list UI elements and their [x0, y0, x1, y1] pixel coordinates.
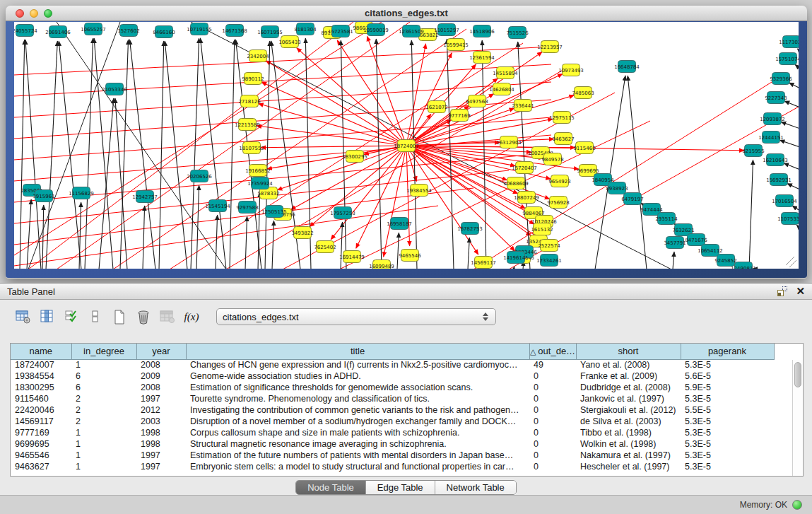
graph-node[interactable]: 9115460 [573, 142, 595, 154]
graph-node[interactable]: 3493822 [291, 227, 313, 239]
graph-node[interactable]: 10973493 [558, 64, 584, 76]
graph-node[interactable]: 16782753 [457, 223, 483, 235]
graph-node[interactable]: 2935114 [655, 213, 678, 225]
graph-node[interactable]: 11015297 [434, 24, 459, 36]
tab-node-table[interactable]: Node Table [296, 481, 366, 494]
graph-node[interactable]: 12942757 [132, 191, 158, 203]
graph-node[interactable]: 12444151 [758, 132, 784, 144]
table-settings-button[interactable] [13, 307, 34, 327]
network-canvas[interactable]: 1872400718300295193845541621072977716964… [14, 22, 799, 269]
graph-node[interactable]: 15720407 [512, 162, 537, 174]
graph-node[interactable]: 14196141 [503, 252, 529, 264]
tab-edge-table[interactable]: Edge Table [366, 481, 435, 494]
graph-node[interactable]: 14518906 [469, 25, 495, 37]
graph-node[interactable]: 19166852 [245, 165, 271, 177]
column-header-out_degree[interactable]: △out_de… [529, 344, 576, 359]
graph-node[interactable]: 9465546 [399, 250, 421, 262]
graph-node[interactable]: 15692931 [766, 174, 792, 186]
graph-node[interactable]: 16648784 [614, 61, 640, 73]
graph-node[interactable]: 17016504 [772, 195, 797, 207]
scrollbar-thumb[interactable] [794, 362, 801, 387]
function-builder-button[interactable]: f(x) [181, 307, 202, 327]
graph-node[interactable]: 9890112 [242, 73, 264, 85]
graph-node[interactable]: 15723581 [328, 25, 353, 37]
graph-node[interactable]: 16958187 [387, 218, 412, 230]
graph-node[interactable]: 12213589 [235, 119, 260, 131]
graph-node[interactable]: 12361509 [399, 25, 424, 37]
table-row[interactable]: 946554611997Estimation of the future num… [11, 450, 774, 461]
graph-node[interactable]: 9777169 [448, 110, 470, 122]
graph-node[interactable]: 10599415 [443, 39, 469, 51]
column-header-pagerank[interactable]: pagerank [681, 344, 774, 359]
graph-node[interactable]: 2522574 [538, 240, 560, 252]
table-row[interactable]: 1872400712008Changes of HCN gene express… [11, 359, 774, 370]
close-panel-icon[interactable]: ✕ [796, 286, 805, 296]
graph-node[interactable]: 8466160 [153, 26, 175, 38]
graph-node[interactable]: 9297588 [236, 201, 258, 214]
graph-node[interactable]: 10719155 [187, 23, 212, 35]
graph-node[interactable]: 14569117 [471, 257, 496, 269]
graph-node[interactable]: 8938923 [606, 182, 628, 194]
select-rows-button[interactable] [61, 307, 82, 327]
column-header-year[interactable]: year [136, 344, 186, 359]
graph-node[interactable]: 16071955 [257, 26, 283, 38]
graph-node[interactable]: 12213957 [537, 41, 563, 53]
graph-node[interactable]: 10590019 [363, 24, 389, 36]
graph-node[interactable]: 18724007 [394, 140, 419, 152]
table-selector[interactable]: citations_edges.txt [216, 308, 496, 325]
graph-node[interactable]: 3457791 [664, 237, 686, 249]
graph-node[interactable]: 11545194 [205, 200, 230, 212]
graph-node[interactable]: 6497568 [466, 95, 488, 107]
graph-node[interactable]: 10655257 [81, 23, 106, 35]
graph-node[interactable]: 3915961 [33, 190, 54, 202]
show-column-button[interactable] [37, 307, 58, 327]
graph-node[interactable]: 14671368 [222, 25, 247, 37]
row-height-button[interactable] [85, 307, 106, 327]
import-table-button[interactable] [157, 307, 178, 327]
vertical-scrollbar[interactable] [792, 360, 803, 476]
graph-node[interactable]: 8181304 [294, 23, 317, 35]
graph-node[interactable]: 7625402 [314, 241, 336, 253]
graph-node[interactable]: 9849578 [541, 153, 563, 165]
window-titlebar[interactable]: citations_edges.txt [6, 6, 807, 21]
float-panel-icon[interactable] [777, 286, 787, 296]
zoom-window-button[interactable] [44, 9, 52, 18]
graph-node[interactable]: 24055724 [14, 25, 37, 37]
graph-node[interactable]: 9245852 [714, 255, 736, 267]
graph-node[interactable]: 10688609 [503, 177, 529, 189]
table-row[interactable]: 969969511998Structural magnetic resonanc… [11, 438, 774, 450]
tab-network-table[interactable]: Network Table [435, 481, 516, 494]
table-row[interactable]: 1938455462009Genome-wide association stu… [11, 370, 774, 382]
graph-node[interactable]: 9654923 [548, 175, 570, 187]
graph-node[interactable]: 12505135 [261, 206, 287, 218]
graph-node[interactable]: 20691406 [45, 26, 71, 38]
close-window-button[interactable] [16, 9, 24, 18]
column-header-in_degree[interactable]: in_degree [71, 344, 136, 359]
table-row[interactable]: 2242004622012Investigating the contribut… [11, 404, 774, 416]
graph-node[interactable]: 1065433 [278, 36, 300, 48]
graph-node[interactable]: 9227343 [765, 92, 787, 104]
graph-node[interactable]: 14515894 [493, 67, 518, 79]
graph-node[interactable]: 16099489 [369, 260, 394, 269]
graph-node[interactable]: 7515526 [506, 27, 529, 39]
column-header-name[interactable]: name [11, 344, 71, 359]
graph-node[interactable]: 12093872 [760, 113, 785, 125]
graph-node[interactable]: 20206526 [187, 170, 212, 182]
table-row[interactable]: 1456911722003Disruption of a novel membe… [11, 416, 774, 427]
graph-node[interactable]: 18107552 [239, 142, 264, 154]
graph-node[interactable]: 15751074 [775, 53, 799, 65]
graph-node[interactable]: 12361594 [469, 52, 495, 64]
graph-node[interactable]: 2336441 [512, 100, 534, 112]
graph-node[interactable]: 8471676 [685, 234, 707, 246]
table-row[interactable]: 1830029562008Estimation of significance … [11, 382, 774, 393]
graph-node[interactable]: 11173024 [779, 36, 799, 48]
graph-node[interactable]: 17957253 [330, 207, 355, 219]
graph-node[interactable]: 18300295 [342, 151, 367, 163]
graph-node[interactable]: 9463627 [552, 133, 574, 145]
graph-node[interactable]: 11156829 [69, 187, 94, 199]
column-header-title[interactable]: title [186, 344, 529, 359]
table-row[interactable]: 946362711997Embryonic stem cells: a mode… [11, 461, 774, 472]
table-row[interactable]: 977716911998Corpus callosum shape and si… [11, 427, 774, 438]
graph-node[interactable]: 19384554 [406, 185, 432, 197]
graph-node[interactable]: 16210643 [763, 154, 788, 166]
